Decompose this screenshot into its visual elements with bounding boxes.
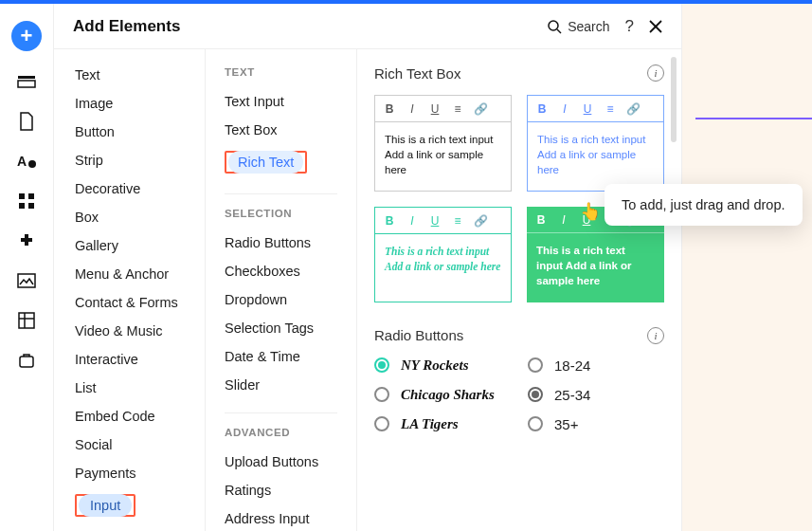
help-icon[interactable]: ? — [625, 17, 634, 36]
radio-icon — [374, 387, 389, 402]
radio-option[interactable]: Chicago Sharks — [374, 387, 511, 403]
rich-text-toolbar: B I U ≡ 🔗 — [375, 96, 511, 122]
category-item[interactable]: Interactive — [54, 345, 205, 374]
left-rail: + A — [0, 4, 53, 531]
scrollbar[interactable] — [671, 57, 677, 142]
subcategory-item[interactable]: Slider — [206, 371, 356, 399]
radio-option[interactable]: 35+ — [528, 416, 664, 432]
subcategory-item[interactable]: Upload Buttons — [206, 448, 356, 476]
category-item[interactable]: Gallery — [54, 231, 205, 260]
radio-option[interactable]: LA Tigers — [374, 416, 511, 432]
section-title-radio: Radio Buttons — [374, 327, 463, 343]
radio-label: 18-24 — [554, 357, 590, 374]
search-button[interactable]: Search — [547, 19, 609, 34]
panel-header: Add Elements Search ? — [54, 4, 681, 49]
category-item[interactable]: Box — [54, 203, 205, 231]
subcategory-item[interactable]: Radio Buttons — [206, 229, 356, 257]
svg-rect-8 — [18, 274, 35, 287]
radio-label: Chicago Sharks — [401, 387, 495, 403]
category-item[interactable]: Image — [54, 89, 205, 118]
rich-text-preview[interactable]: B I U ≡ 🔗 This is a rich text input Add … — [374, 95, 512, 192]
data-icon[interactable] — [17, 311, 36, 330]
apps-icon[interactable] — [17, 192, 36, 211]
add-icon[interactable]: + — [11, 21, 42, 51]
subcategory-item[interactable]: Ratings — [206, 476, 356, 504]
radio-option[interactable]: 18-24 — [528, 357, 664, 374]
radio-icon — [528, 357, 543, 373]
radio-option[interactable]: NY Rockets — [374, 357, 511, 374]
svg-rect-1 — [18, 81, 35, 87]
radio-label: NY Rockets — [401, 357, 469, 374]
subcategory-item[interactable]: Rich Text — [206, 144, 356, 180]
info-icon[interactable]: i — [647, 64, 664, 82]
media-icon[interactable] — [17, 271, 36, 290]
align-icon: ≡ — [451, 102, 464, 116]
italic-icon: I — [406, 102, 419, 116]
rich-text-preview[interactable]: BIU≡🔗 This is a rich text input Add a li… — [374, 207, 512, 302]
category-item[interactable]: Input — [54, 487, 205, 523]
subgroup-header-advanced: ADVANCED — [206, 427, 356, 448]
category-item[interactable]: Contact & Forms — [54, 288, 205, 317]
drag-tooltip: To add, just drag and drop. — [604, 184, 803, 226]
category-item[interactable]: Button — [54, 118, 205, 146]
category-item[interactable]: Strip — [54, 146, 205, 174]
subcategory-item[interactable]: Selection Tags — [206, 314, 356, 342]
drag-cursor-icon: 👆 — [580, 201, 601, 222]
search-label: Search — [568, 19, 609, 34]
subcategory-item[interactable]: Checkboxes — [206, 257, 356, 285]
svg-rect-9 — [19, 313, 34, 328]
category-item[interactable]: Decorative — [54, 174, 205, 203]
category-item[interactable]: List — [54, 374, 205, 402]
link-icon: 🔗 — [474, 102, 487, 116]
panel-title: Add Elements — [73, 17, 180, 36]
svg-text:A: A — [17, 154, 27, 169]
category-item[interactable]: Embed Code — [54, 402, 205, 430]
section-icon[interactable] — [17, 72, 36, 91]
subcategory-item[interactable]: Text Box — [206, 116, 356, 144]
category-item[interactable]: Video & Music — [54, 317, 205, 345]
svg-line-14 — [557, 29, 561, 33]
bold-icon: B — [383, 102, 396, 116]
subcategory-item[interactable]: Text Input — [206, 87, 356, 116]
rich-text-preview[interactable]: BIU≡🔗 This is a rich text input Add a li… — [527, 95, 664, 192]
category-item[interactable]: Menu & Anchor — [54, 260, 205, 288]
preview-pane: Rich Text Box i B I U ≡ 🔗 This is a rich… — [357, 49, 681, 531]
radio-icon — [374, 416, 389, 431]
page-icon[interactable] — [17, 112, 36, 131]
store-icon[interactable] — [17, 351, 36, 370]
close-icon[interactable] — [649, 20, 662, 33]
subcategory-list: TEXT Text InputText BoxRich Text SELECTI… — [206, 49, 357, 531]
subgroup-header-selection: SELECTION — [206, 208, 356, 229]
category-item[interactable]: Text — [54, 61, 205, 89]
radio-label: 35+ — [554, 416, 578, 432]
subgroup-header-text: TEXT — [206, 66, 356, 87]
text-style-icon[interactable]: A — [17, 152, 36, 171]
subcategory-item[interactable]: Dropdown — [206, 285, 356, 314]
radio-icon — [374, 357, 389, 373]
preview-body: This is a rich text input Add a link or … — [375, 122, 511, 191]
add-elements-panel: Add Elements Search ? TextImageButtonStr… — [53, 4, 682, 531]
radio-icon — [528, 416, 543, 431]
radio-label: LA Tigers — [401, 416, 459, 432]
svg-point-3 — [28, 160, 36, 168]
category-item[interactable]: Social — [54, 430, 205, 459]
subcategory-item[interactable]: Date & Time — [206, 342, 356, 371]
category-item[interactable]: CMS — [54, 523, 205, 531]
category-item[interactable]: Payments — [54, 459, 205, 487]
info-icon[interactable]: i — [647, 327, 664, 344]
radio-option[interactable]: 25-34 — [528, 387, 664, 403]
plugins-icon[interactable] — [17, 231, 36, 250]
search-icon — [547, 19, 562, 34]
category-list: TextImageButtonStripDecorativeBoxGallery… — [54, 49, 206, 531]
svg-rect-0 — [18, 76, 35, 79]
svg-rect-6 — [19, 203, 25, 209]
section-title-rich-text: Rich Text Box — [374, 65, 460, 82]
svg-rect-4 — [19, 193, 25, 199]
svg-rect-7 — [28, 203, 34, 209]
svg-point-13 — [549, 21, 558, 30]
subcategory-item[interactable]: Address Input — [206, 504, 356, 531]
radio-icon — [528, 387, 543, 402]
svg-rect-5 — [28, 193, 34, 199]
radio-label: 25-34 — [554, 387, 590, 403]
underline-icon: U — [428, 102, 442, 116]
